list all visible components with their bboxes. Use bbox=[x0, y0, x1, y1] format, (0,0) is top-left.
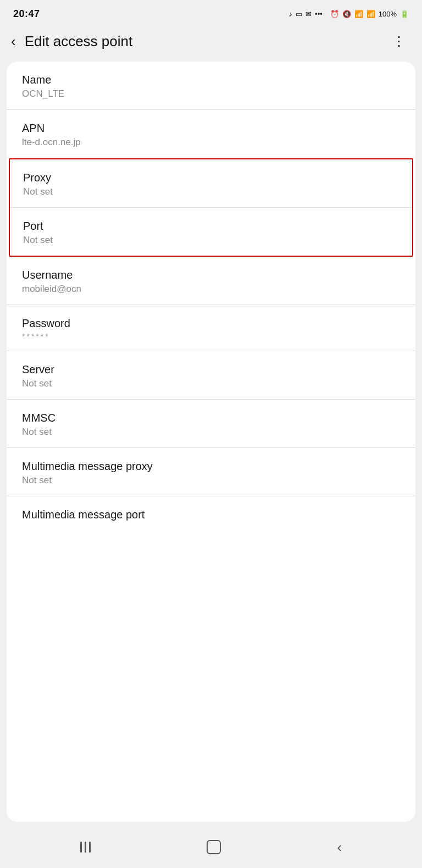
proxy-port-highlight-group: Proxy Not set Port Not set bbox=[9, 158, 413, 257]
field-password-value: ****** bbox=[22, 332, 400, 341]
field-apn-value: lte-d.ocn.ne.jp bbox=[22, 137, 400, 148]
more-options-button[interactable]: ⋮ bbox=[388, 35, 411, 47]
field-server-label: Server bbox=[22, 363, 400, 376]
field-proxy-label: Proxy bbox=[23, 172, 399, 184]
shazam-icon: ♪ bbox=[289, 10, 293, 18]
field-mms-proxy[interactable]: Multimedia message proxy Not set bbox=[7, 448, 415, 496]
mail-icon: ✉ bbox=[306, 10, 312, 18]
home-icon bbox=[207, 840, 221, 854]
page-title: Edit access point bbox=[25, 33, 133, 50]
field-mms-proxy-label: Multimedia message proxy bbox=[22, 460, 400, 473]
field-password[interactable]: Password ****** bbox=[7, 305, 415, 351]
status-time: 20:47 bbox=[13, 8, 40, 20]
nav-bar: ‹ bbox=[0, 828, 422, 868]
system-back-icon: ‹ bbox=[337, 840, 342, 854]
field-proxy-value: Not set bbox=[23, 186, 399, 197]
field-username-label: Username bbox=[22, 269, 400, 281]
field-server-value: Not set bbox=[22, 378, 400, 389]
field-port[interactable]: Port Not set bbox=[10, 208, 412, 256]
field-server[interactable]: Server Not set bbox=[7, 351, 415, 400]
status-bar: 20:47 ♪ ▭ ✉ ••• ⏰ 🔇 📶 📶 100% 🔋 bbox=[0, 0, 422, 26]
alarm-icon: ⏰ bbox=[330, 10, 339, 18]
field-mms-port-label: Multimedia message port bbox=[22, 508, 400, 521]
field-mmsc-value: Not set bbox=[22, 427, 400, 438]
field-mms-proxy-value: Not set bbox=[22, 475, 400, 486]
recent-apps-icon bbox=[80, 842, 91, 853]
field-username[interactable]: Username mobileid@ocn bbox=[7, 257, 415, 305]
app-bar-left: ‹ Edit access point bbox=[9, 32, 132, 51]
field-apn-label: APN bbox=[22, 122, 400, 135]
battery-icon: 🔋 bbox=[400, 10, 409, 18]
field-port-label: Port bbox=[23, 220, 399, 233]
status-icons: ♪ ▭ ✉ ••• ⏰ 🔇 📶 📶 100% 🔋 bbox=[289, 10, 409, 18]
field-username-value: mobileid@ocn bbox=[22, 284, 400, 295]
field-mmsc-label: MMSC bbox=[22, 412, 400, 424]
field-proxy[interactable]: Proxy Not set bbox=[10, 159, 412, 208]
field-mmsc[interactable]: MMSC Not set bbox=[7, 400, 415, 448]
recent-apps-button[interactable] bbox=[67, 837, 104, 857]
settings-card: Name OCN_LTE APN lte-d.ocn.ne.jp Proxy N… bbox=[7, 62, 415, 822]
wifi-icon: 📶 bbox=[354, 10, 363, 18]
screen-icon: ▭ bbox=[296, 10, 302, 18]
system-back-button[interactable]: ‹ bbox=[324, 836, 356, 859]
back-button[interactable]: ‹ bbox=[9, 32, 18, 51]
more-status-icon: ••• bbox=[315, 10, 323, 18]
field-password-label: Password bbox=[22, 317, 400, 330]
field-name-label: Name bbox=[22, 74, 400, 86]
field-mms-port[interactable]: Multimedia message port bbox=[7, 496, 415, 533]
mute-icon: 🔇 bbox=[342, 10, 351, 18]
field-name[interactable]: Name OCN_LTE bbox=[7, 62, 415, 110]
home-button[interactable] bbox=[193, 836, 234, 859]
field-name-value: OCN_LTE bbox=[22, 89, 400, 99]
signal-icon: 📶 bbox=[367, 10, 375, 18]
field-apn[interactable]: APN lte-d.ocn.ne.jp bbox=[7, 110, 415, 158]
battery-percent: 100% bbox=[379, 10, 397, 18]
app-bar: ‹ Edit access point ⋮ bbox=[0, 26, 422, 59]
field-port-value: Not set bbox=[23, 235, 399, 246]
